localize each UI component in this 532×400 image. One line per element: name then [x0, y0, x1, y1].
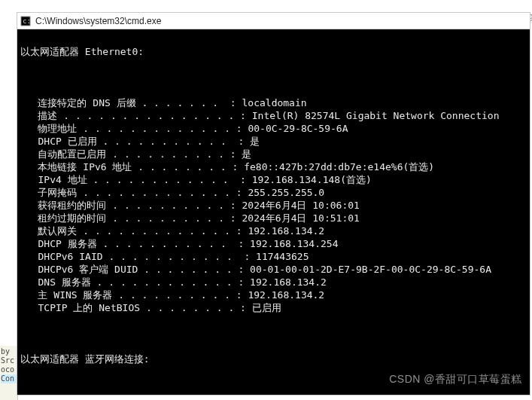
cmd-icon: c:	[20, 16, 31, 26]
adapter1-row: DHCPv6 IAID . . . . . . . . . . . : 1174…	[20, 250, 525, 263]
adapter1-row: 物理地址 . . . . . . . . . . . . . : 00-0C-2…	[20, 122, 525, 135]
adapter1-row: TCPIP 上的 NetBIOS . . . . . . . . : 已启用	[20, 301, 525, 314]
terminal-output[interactable]: 以太网适配器 Ethernet0: 连接特定的 DNS 后缀 . . . . .…	[17, 29, 530, 395]
titlebar[interactable]: c: C:\Windows\system32\cmd.exe	[17, 13, 530, 29]
adapter1-row: 自动配置已启用 . . . . . . . . . . : 是	[20, 148, 525, 160]
adapter1-header: 以太网适配器 Ethernet0:	[20, 45, 525, 58]
svg-text:c:: c:	[23, 17, 31, 25]
adapter1-row: DHCP 服务器 . . . . . . . . . . . : 192.168…	[20, 237, 525, 250]
adapter1-row: DHCP 已启用 . . . . . . . . . . . : 是	[20, 135, 525, 148]
background-left-strip: by Src oco Con	[0, 346, 18, 400]
adapter1-row: 子网掩码 . . . . . . . . . . . . . : 255.255…	[20, 186, 525, 199]
adapter1-row: 主 WINS 服务器 . . . . . . . . . . : 192.168…	[20, 289, 525, 301]
adapter1-row: 租约过期的时间 . . . . . . . . . . : 2024年6月4日 …	[20, 212, 525, 224]
adapter1-row: 本地链接 IPv6 地址 . . . . . . . . : fe80::427…	[20, 160, 525, 173]
background-packet-row: 8 201.197.97.166 192.168.134.148 TCP 60 …	[0, 0, 532, 12]
adapter2-header: 以太网适配器 蓝牙网络连接:	[20, 353, 525, 365]
adapter1-row: 获得租约的时间 . . . . . . . . . . : 2024年6月4日 …	[20, 199, 525, 212]
window-title: C:\Windows\system32\cmd.exe	[35, 16, 161, 26]
adapter1-row: 描述 . . . . . . . . . . . . . . . : Intel…	[20, 109, 525, 122]
adapter1-row: 连接特定的 DNS 后缀 . . . . . . . : localdomain	[20, 96, 525, 109]
adapter1-row: DNS 服务器 . . . . . . . . . . . . : 192.16…	[20, 276, 525, 289]
adapter1-row: 默认网关 . . . . . . . . . . . . . : 192.168…	[20, 224, 525, 237]
adapter1-row: DHCPv6 客户端 DUID . . . . . . . . : 00-01-…	[20, 263, 525, 276]
cmd-window: c: C:\Windows\system32\cmd.exe 以太网适配器 Et…	[17, 12, 530, 395]
adapter1-row: IPv4 地址 . . . . . . . . . . . . : 192.16…	[20, 173, 525, 186]
